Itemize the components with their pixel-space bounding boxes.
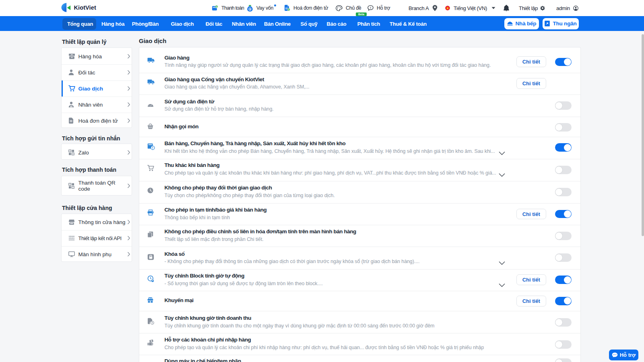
svg-text:!: !	[370, 6, 371, 10]
svg-text:$: $	[216, 6, 217, 8]
